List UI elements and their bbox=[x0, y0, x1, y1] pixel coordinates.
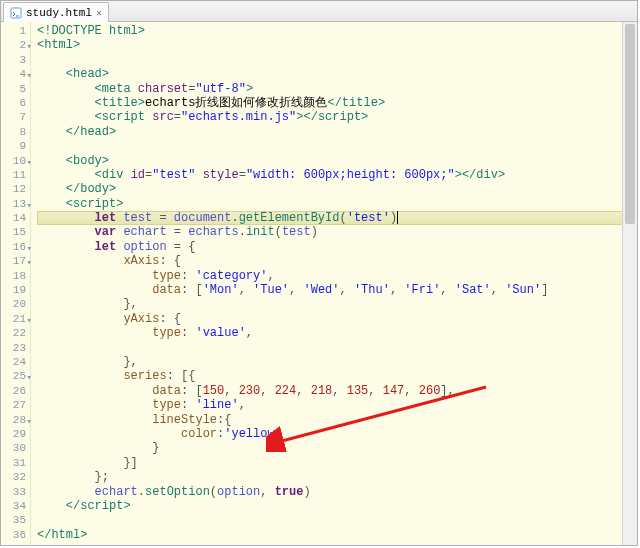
code-editor[interactable]: 12▾34▾5678910▾111213▾141516▾17▾18192021▾… bbox=[1, 22, 637, 545]
code-line[interactable]: }; bbox=[37, 470, 637, 484]
line-number: 34 bbox=[1, 499, 30, 513]
line-number: 14 bbox=[1, 211, 30, 225]
close-icon[interactable]: ✕ bbox=[96, 7, 102, 19]
code-line[interactable] bbox=[37, 139, 637, 153]
code-line[interactable]: </html> bbox=[37, 528, 637, 542]
line-number: 28▾ bbox=[1, 413, 30, 427]
code-line[interactable] bbox=[37, 53, 637, 67]
line-number: 13▾ bbox=[1, 197, 30, 211]
code-line-current[interactable]: let test = document.getElementById('test… bbox=[37, 211, 637, 225]
code-line[interactable]: type: 'value', bbox=[37, 326, 637, 340]
code-area[interactable]: <!DOCTYPE html> <html> <head> <meta char… bbox=[31, 22, 637, 545]
code-line[interactable]: var echart = echarts.init(test) bbox=[37, 225, 637, 239]
code-line[interactable]: echart.setOption(option, true) bbox=[37, 485, 637, 499]
code-line[interactable]: type: 'category', bbox=[37, 269, 637, 283]
tab-bar: study.html ✕ bbox=[1, 1, 637, 22]
text-cursor bbox=[397, 211, 398, 224]
code-line[interactable]: }, bbox=[37, 297, 637, 311]
line-number: 29 bbox=[1, 427, 30, 441]
code-line[interactable]: </head> bbox=[37, 125, 637, 139]
code-line[interactable]: }] bbox=[37, 456, 637, 470]
line-number: 27 bbox=[1, 398, 30, 412]
code-line[interactable]: data: ['Mon', 'Tue', 'Wed', 'Thu', 'Fri'… bbox=[37, 283, 637, 297]
line-number: 24 bbox=[1, 355, 30, 369]
line-number: 9 bbox=[1, 139, 30, 153]
line-number: 16▾ bbox=[1, 240, 30, 254]
code-line[interactable]: <!DOCTYPE html> bbox=[37, 24, 637, 38]
code-line[interactable]: </body> bbox=[37, 182, 637, 196]
line-number: 32 bbox=[1, 470, 30, 484]
scrollbar-thumb[interactable] bbox=[625, 24, 635, 224]
line-number: 12 bbox=[1, 182, 30, 196]
code-line[interactable]: lineStyle:{ bbox=[37, 413, 637, 427]
code-line[interactable]: data: [150, 230, 224, 218, 135, 147, 260… bbox=[37, 384, 637, 398]
line-number: 1 bbox=[1, 24, 30, 38]
code-line[interactable]: </script> bbox=[37, 499, 637, 513]
line-number: 11 bbox=[1, 168, 30, 182]
code-line[interactable] bbox=[37, 341, 637, 355]
line-number: 30 bbox=[1, 441, 30, 455]
line-number: 2▾ bbox=[1, 38, 30, 52]
line-number: 22 bbox=[1, 326, 30, 340]
code-line[interactable]: series: [{ bbox=[37, 369, 637, 383]
line-number-gutter: 12▾34▾5678910▾111213▾141516▾17▾18192021▾… bbox=[1, 22, 31, 545]
code-line[interactable]: let option = { bbox=[37, 240, 637, 254]
code-line[interactable]: <head> bbox=[37, 67, 637, 81]
line-number: 23 bbox=[1, 341, 30, 355]
line-number: 15 bbox=[1, 225, 30, 239]
code-line[interactable]: color:'yellow' bbox=[37, 427, 637, 441]
line-number: 10▾ bbox=[1, 154, 30, 168]
line-number: 36 bbox=[1, 528, 30, 542]
code-line[interactable]: } bbox=[37, 441, 637, 455]
editor-window: study.html ✕ 12▾34▾5678910▾111213▾141516… bbox=[0, 0, 638, 546]
line-number: 35 bbox=[1, 513, 30, 527]
code-line[interactable]: }, bbox=[37, 355, 637, 369]
code-line[interactable]: <body> bbox=[37, 154, 637, 168]
line-number: 33 bbox=[1, 485, 30, 499]
line-number: 20 bbox=[1, 297, 30, 311]
line-number: 5 bbox=[1, 82, 30, 96]
line-number: 3 bbox=[1, 53, 30, 67]
code-line[interactable]: type: 'line', bbox=[37, 398, 637, 412]
code-line[interactable]: <html> bbox=[37, 38, 637, 52]
code-line[interactable]: <div id="test" style="width: 600px;heigh… bbox=[37, 168, 637, 182]
line-number: 8 bbox=[1, 125, 30, 139]
line-number: 26 bbox=[1, 384, 30, 398]
code-line[interactable]: <script> bbox=[37, 197, 637, 211]
line-number: 6 bbox=[1, 96, 30, 110]
html-file-icon bbox=[10, 7, 22, 19]
tab-filename: study.html bbox=[26, 7, 92, 19]
code-line[interactable]: xAxis: { bbox=[37, 254, 637, 268]
code-line[interactable]: <script src="echarts.min.js"></script> bbox=[37, 110, 637, 124]
line-number: 25▾ bbox=[1, 369, 30, 383]
line-number: 7 bbox=[1, 110, 30, 124]
line-number: 18 bbox=[1, 269, 30, 283]
code-line[interactable]: yAxis: { bbox=[37, 312, 637, 326]
line-number: 19 bbox=[1, 283, 30, 297]
code-line[interactable]: <title>echarts折线图如何修改折线颜色</title> bbox=[37, 96, 637, 110]
line-number: 31 bbox=[1, 456, 30, 470]
line-number: 21▾ bbox=[1, 312, 30, 326]
vertical-scrollbar[interactable] bbox=[622, 22, 637, 545]
code-line[interactable]: <meta charset="utf-8"> bbox=[37, 82, 637, 96]
code-line[interactable] bbox=[37, 513, 637, 527]
file-tab[interactable]: study.html ✕ bbox=[3, 2, 109, 22]
line-number: 17▾ bbox=[1, 254, 30, 268]
line-number: 4▾ bbox=[1, 67, 30, 81]
